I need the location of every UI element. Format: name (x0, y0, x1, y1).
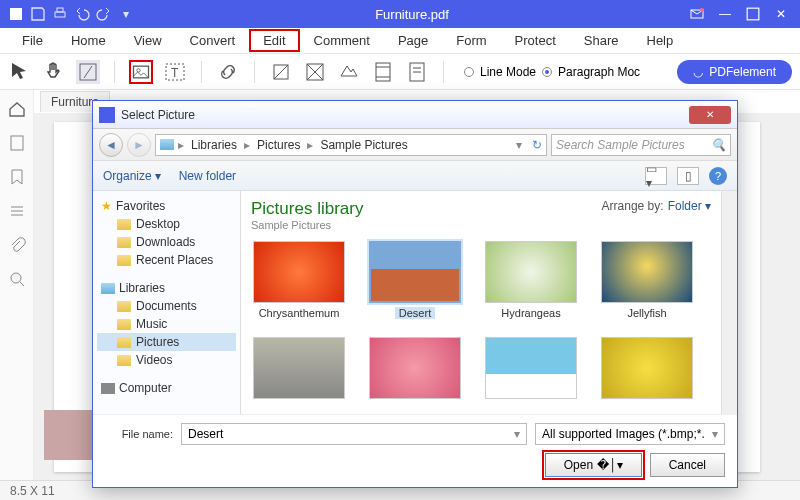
menu-file[interactable]: File (8, 29, 57, 52)
tree-documents[interactable]: Documents (97, 297, 236, 315)
brand-button[interactable]: ◡ PDFelement (677, 60, 792, 84)
thumb-desert[interactable]: Desert (369, 241, 461, 319)
logo-icon (8, 6, 24, 22)
menu-home[interactable]: Home (57, 29, 120, 52)
thumb-chrysanthemum[interactable]: Chrysanthemum (253, 241, 345, 319)
header-footer-icon[interactable] (371, 60, 395, 84)
tree-favorites[interactable]: ★Favorites (97, 197, 236, 215)
line-mode-radio[interactable] (464, 67, 474, 77)
menu-share[interactable]: Share (570, 29, 633, 52)
save-icon[interactable] (30, 6, 46, 22)
sidebar-rail (0, 90, 34, 480)
brand-label: PDFelement (709, 65, 776, 79)
filetype-filter[interactable]: All supported Images (*.bmp;*.▾ (535, 423, 725, 445)
print-icon[interactable] (52, 6, 68, 22)
close-icon[interactable]: ✕ (774, 7, 788, 21)
maximize-icon[interactable] (746, 7, 760, 21)
link-icon[interactable] (216, 60, 240, 84)
menu-comment[interactable]: Comment (300, 29, 384, 52)
dialog-close-button[interactable]: ✕ (689, 106, 731, 124)
mail-icon[interactable] (690, 7, 704, 21)
chevron-down-icon[interactable]: ▾ (118, 6, 134, 22)
nav-tree: ★Favorites Desktop Downloads Recent Plac… (93, 191, 241, 414)
menu-page[interactable]: Page (384, 29, 442, 52)
search-input[interactable]: Search Sample Pictures 🔍 (551, 134, 731, 156)
edit-object-icon[interactable] (76, 60, 100, 84)
minimize-icon[interactable]: — (718, 7, 732, 21)
arrange-by[interactable]: Arrange by: Folder ▾ (602, 199, 711, 213)
menubar: File Home View Convert Edit Comment Page… (0, 28, 800, 54)
search-icon[interactable] (8, 270, 26, 288)
bates-icon[interactable] (405, 60, 429, 84)
tree-music[interactable]: Music (97, 315, 236, 333)
tree-downloads[interactable]: Downloads (97, 233, 236, 251)
view-mode-button[interactable]: ▭ ▾ (645, 167, 667, 185)
attachment-icon[interactable] (8, 236, 26, 254)
tree-pictures[interactable]: Pictures (97, 333, 236, 351)
thumbnails-icon[interactable] (8, 134, 26, 152)
background-icon[interactable] (337, 60, 361, 84)
svg-rect-19 (11, 136, 23, 150)
redo-icon[interactable] (96, 6, 112, 22)
dialog-navbar: ◄ ► ▸ Libraries ▸ Pictures ▸ Sample Pict… (93, 129, 737, 161)
crumb-pictures[interactable]: Pictures (254, 138, 303, 152)
crop-icon[interactable] (269, 60, 293, 84)
select-icon[interactable] (8, 60, 32, 84)
crumb-sample[interactable]: Sample Pictures (317, 138, 410, 152)
svg-text:T: T (171, 66, 179, 80)
new-folder-button[interactable]: New folder (179, 169, 236, 183)
edit-toolbar: T Line Mode Paragraph Moc ◡ PDFelement (0, 54, 800, 90)
help-icon[interactable]: ? (709, 167, 727, 185)
menu-view[interactable]: View (120, 29, 176, 52)
watermark-icon[interactable] (303, 60, 327, 84)
svg-line-24 (20, 282, 24, 286)
library-subtitle: Sample Pictures (251, 219, 363, 231)
bookmark-icon[interactable] (8, 168, 26, 186)
thumb-partial-4[interactable] (601, 337, 693, 399)
tree-recent[interactable]: Recent Places (97, 251, 236, 269)
user-icon: ◡ (693, 65, 703, 79)
paragraph-mode-radio[interactable] (542, 67, 552, 77)
layers-icon[interactable] (8, 202, 26, 220)
menu-edit[interactable]: Edit (249, 29, 299, 52)
scrollbar[interactable] (721, 191, 737, 414)
paragraph-mode-label: Paragraph Moc (558, 65, 640, 79)
undo-icon[interactable] (74, 6, 90, 22)
thumb-jellyfish[interactable]: Jellyfish (601, 241, 693, 319)
tree-videos[interactable]: Videos (97, 351, 236, 369)
page-dimensions: 8.5 X 11 (10, 484, 55, 498)
search-placeholder: Search Sample Pictures (556, 138, 685, 152)
tree-desktop[interactable]: Desktop (97, 215, 236, 233)
menu-help[interactable]: Help (633, 29, 688, 52)
library-icon (160, 139, 174, 150)
menu-form[interactable]: Form (442, 29, 500, 52)
tree-libraries[interactable]: Libraries (97, 279, 236, 297)
thumb-hydrangeas[interactable]: Hydrangeas (485, 241, 577, 319)
filename-input[interactable]: Desert▾ (181, 423, 527, 445)
tree-computer[interactable]: Computer (97, 379, 236, 397)
open-button[interactable]: Open�│▾ (545, 453, 642, 477)
separator (201, 61, 202, 83)
separator (114, 61, 115, 83)
document-title: Furniture.pdf (134, 7, 690, 22)
refresh-icon[interactable]: ↻ (532, 138, 542, 152)
home-icon[interactable] (8, 100, 26, 118)
add-image-icon[interactable] (129, 60, 153, 84)
menu-convert[interactable]: Convert (176, 29, 250, 52)
crumb-libraries[interactable]: Libraries (188, 138, 240, 152)
thumb-partial-3[interactable] (485, 337, 577, 399)
search-icon: 🔍 (711, 138, 726, 152)
svg-rect-13 (376, 63, 390, 81)
organize-button[interactable]: Organize ▾ (103, 169, 161, 183)
breadcrumb[interactable]: ▸ Libraries ▸ Pictures ▸ Sample Pictures… (155, 134, 547, 156)
preview-pane-button[interactable]: ▯ (677, 167, 699, 185)
thumb-partial-1[interactable] (253, 337, 345, 399)
nav-back-button[interactable]: ◄ (99, 133, 123, 157)
svg-point-4 (700, 8, 704, 12)
cancel-button[interactable]: Cancel (650, 453, 725, 477)
menu-protect[interactable]: Protect (501, 29, 570, 52)
add-text-icon[interactable]: T (163, 60, 187, 84)
thumb-partial-2[interactable] (369, 337, 461, 399)
hand-icon[interactable] (42, 60, 66, 84)
nav-forward-button[interactable]: ► (127, 133, 151, 157)
